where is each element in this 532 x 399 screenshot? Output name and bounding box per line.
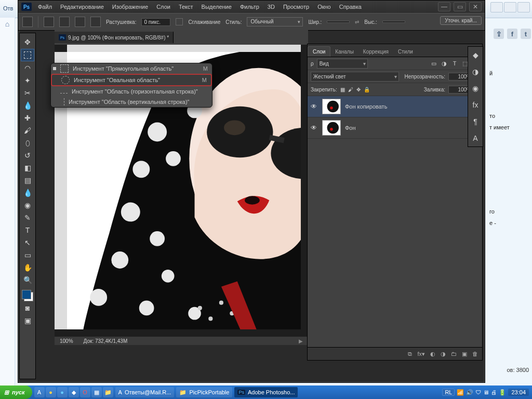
mask-icon[interactable]: ◐ bbox=[430, 351, 435, 357]
document-tab[interactable]: Ps 9.jpg @ 100% (Фон копировать, RGB/8#)… bbox=[55, 32, 174, 43]
paragraph-dock-icon[interactable]: ¶ bbox=[470, 116, 481, 127]
adjust-dock-icon[interactable]: fx bbox=[470, 100, 481, 110]
selection-subtract-icon[interactable] bbox=[75, 17, 85, 27]
home-icon[interactable]: ⌂ bbox=[5, 20, 9, 28]
refine-edge-button[interactable]: Уточн. край... bbox=[440, 16, 482, 25]
healing-brush-tool[interactable]: ✚ bbox=[21, 112, 34, 124]
color-dock-icon[interactable]: ◑ bbox=[470, 66, 481, 77]
filter-adjust-icon[interactable]: ◑ bbox=[441, 60, 448, 67]
selection-intersect-icon[interactable] bbox=[90, 17, 101, 27]
browser-close-icon[interactable] bbox=[517, 2, 530, 12]
layer-name[interactable]: Фон копировать bbox=[345, 103, 387, 110]
color-swatch[interactable] bbox=[22, 290, 33, 301]
ql-icon[interactable]: 📁 bbox=[103, 387, 113, 397]
tray-icon[interactable]: 🔋 bbox=[499, 389, 506, 396]
tab-styles[interactable]: Стили bbox=[393, 47, 418, 57]
menu-type[interactable]: Текст bbox=[176, 3, 196, 11]
tray-icon[interactable]: 🔊 bbox=[466, 389, 473, 396]
flyout-item-row-marquee[interactable]: Инструмент "Область (горизонтальная стро… bbox=[51, 86, 212, 97]
character-dock-icon[interactable]: A bbox=[470, 133, 481, 143]
layer-name[interactable]: Фон bbox=[345, 125, 356, 131]
tray-icon[interactable]: 🖥 bbox=[483, 389, 489, 395]
menu-filter[interactable]: Фильтр bbox=[237, 3, 262, 11]
link-layers-icon[interactable]: ⧉ bbox=[408, 351, 412, 357]
lasso-tool[interactable]: ◠ bbox=[21, 62, 34, 74]
type-tool[interactable]: T bbox=[21, 224, 34, 236]
ql-icon[interactable]: ● bbox=[46, 387, 56, 397]
menu-view[interactable]: Просмотр bbox=[280, 3, 312, 11]
menu-edit[interactable]: Редактирование bbox=[57, 3, 107, 11]
close-button[interactable]: ✕ bbox=[469, 2, 482, 11]
delete-layer-icon[interactable]: 🗑 bbox=[472, 351, 478, 357]
path-select-tool[interactable]: ↖ bbox=[21, 237, 34, 248]
tray-icon[interactable]: 🛡 bbox=[475, 389, 481, 395]
browser-max-icon[interactable] bbox=[504, 2, 516, 12]
feather-input[interactable]: 0 пикс. bbox=[141, 18, 170, 26]
menu-window[interactable]: Окно bbox=[314, 3, 334, 11]
layer-row[interactable]: 👁 Фон копировать bbox=[308, 96, 482, 117]
antialias-checkbox[interactable] bbox=[176, 18, 183, 25]
zoom-value[interactable]: 100% bbox=[60, 338, 73, 344]
tab-layers[interactable]: Слои bbox=[308, 46, 330, 57]
move-tool[interactable]: ✥ bbox=[21, 36, 34, 48]
height-input[interactable] bbox=[382, 21, 405, 23]
start-button[interactable]: ⊞ пуск bbox=[0, 385, 32, 399]
lock-pixels-icon[interactable]: ▦ bbox=[340, 87, 345, 92]
taskbar-item[interactable]: PsAdobe Photosho... bbox=[234, 387, 298, 397]
style-select[interactable]: Обычный bbox=[247, 17, 303, 26]
ql-icon[interactable]: ◆ bbox=[69, 387, 79, 397]
maximize-button[interactable]: ▭ bbox=[454, 2, 466, 11]
lock-all-icon[interactable]: 🔒 bbox=[364, 87, 370, 92]
crop-tool[interactable]: ✂ bbox=[21, 87, 34, 99]
selection-new-icon[interactable] bbox=[44, 17, 54, 27]
clone-stamp-tool[interactable]: ⬯ bbox=[21, 137, 34, 149]
eyedropper-tool[interactable]: 💧 bbox=[21, 100, 34, 111]
swatches-dock-icon[interactable]: ◉ bbox=[470, 83, 481, 94]
tool-preset-icon[interactable] bbox=[22, 17, 33, 27]
tray-icon[interactable]: 📶 bbox=[457, 389, 464, 396]
group-icon[interactable]: 🗀 bbox=[451, 351, 457, 357]
lock-move-icon[interactable]: ✥ bbox=[356, 87, 361, 92]
minimize-button[interactable]: — bbox=[438, 2, 450, 11]
menu-help[interactable]: Справка bbox=[336, 3, 365, 11]
flyout-item-col-marquee[interactable]: Инструмент "Область (вертикальная строка… bbox=[51, 97, 212, 107]
eraser-tool[interactable]: ◧ bbox=[21, 162, 34, 174]
taskbar-item[interactable]: AОтветы@Mail.R... bbox=[115, 387, 175, 397]
social-icon[interactable]: ⇪ bbox=[494, 29, 504, 39]
menu-image[interactable]: Изображение bbox=[109, 3, 151, 11]
rectangle-tool[interactable]: ▭ bbox=[21, 249, 34, 261]
menu-3d[interactable]: 3D bbox=[264, 3, 278, 11]
layers-dock-icon[interactable]: ◆ bbox=[470, 50, 481, 60]
selection-add-icon[interactable] bbox=[59, 17, 70, 27]
filter-kind-select[interactable]: Вид bbox=[317, 59, 368, 69]
clock[interactable]: 23:04 bbox=[508, 389, 529, 396]
magic-wand-tool[interactable]: ✦ bbox=[21, 75, 34, 86]
tab-adjustments[interactable]: Коррекция bbox=[358, 47, 393, 57]
menu-select[interactable]: Выделение bbox=[198, 3, 235, 11]
adjustment-layer-icon[interactable]: ◑ bbox=[441, 351, 446, 357]
layer-row[interactable]: 👁 Фон 🔒 bbox=[308, 117, 482, 139]
ql-icon[interactable]: O bbox=[80, 387, 90, 397]
gradient-tool[interactable]: ▤ bbox=[21, 175, 34, 186]
zoom-tool[interactable]: 🔍 bbox=[21, 274, 34, 286]
ql-icon[interactable]: ● bbox=[57, 387, 68, 397]
tray-icon[interactable]: 🖨 bbox=[491, 389, 497, 395]
marquee-tool[interactable] bbox=[21, 49, 34, 61]
quick-mask-icon[interactable]: ◙ bbox=[21, 302, 34, 314]
menu-layer[interactable]: Слои bbox=[153, 3, 174, 11]
visibility-icon[interactable]: 👁 bbox=[311, 103, 318, 110]
visibility-icon[interactable]: 👁 bbox=[311, 124, 318, 131]
blend-mode-select[interactable]: Жесткий свет bbox=[311, 72, 399, 82]
status-flyout-icon[interactable]: ▶ bbox=[299, 338, 303, 344]
brush-tool[interactable]: 🖌 bbox=[21, 125, 34, 136]
menu-file[interactable]: Файл bbox=[35, 3, 55, 11]
filter-pixel-icon[interactable]: ▭ bbox=[430, 60, 437, 67]
fx-icon[interactable]: fx▾ bbox=[417, 351, 425, 357]
new-layer-icon[interactable]: ▣ bbox=[462, 351, 467, 357]
lock-position-icon[interactable]: 🖌 bbox=[348, 87, 353, 92]
width-input[interactable] bbox=[327, 21, 350, 23]
hand-tool[interactable]: ✋ bbox=[21, 262, 34, 273]
ql-icon[interactable]: ▦ bbox=[91, 387, 102, 397]
flyout-item-rect-marquee[interactable]: Инструмент "Прямоугольная область" M bbox=[51, 63, 212, 74]
filter-type-icon[interactable]: T bbox=[451, 60, 458, 67]
